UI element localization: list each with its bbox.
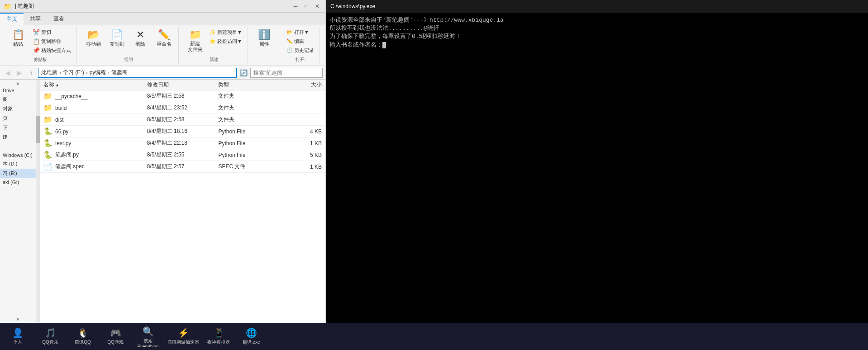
taskbar-label-4: 搜索Everything (137, 338, 158, 347)
properties-button[interactable]: ℹ️ 属性 (253, 28, 275, 49)
file-date: 8/4/星期二 18:16 (143, 128, 215, 135)
col-header-size[interactable]: 大小 (286, 80, 325, 89)
open-button[interactable]: 📂 打开▼ (285, 28, 316, 37)
table-row[interactable]: 📁 __pycache__ 8/5/星期三 2:58 文件夹 (40, 90, 325, 102)
back-button[interactable]: ◀ (3, 68, 13, 78)
delete-button[interactable]: ✕ 删除 (129, 28, 151, 49)
taskbar-item-7[interactable]: 🌐 翻译.exe (235, 324, 267, 349)
minimize-button[interactable]: ─ (291, 2, 300, 11)
taskbar-item-3[interactable]: 🎮 QQ游戏 (100, 324, 131, 349)
file-rows-container: 📁 __pycache__ 8/5/星期三 2:58 文件夹 📁 build 8… (40, 90, 325, 173)
paste-shortcut-button[interactable]: 📌 粘贴快捷方式 (31, 46, 73, 55)
rename-button[interactable]: ✏️ 重命名 (153, 28, 175, 49)
file-name: dist (55, 117, 64, 123)
sidebar-scroll-up[interactable]: ▲ (0, 80, 36, 86)
table-row[interactable]: 📁 dist 8/5/星期三 2:58 文件夹 (40, 114, 325, 126)
taskbar-item-4[interactable]: 🔍 搜索Everything (132, 324, 164, 349)
up-button[interactable]: ↑ (26, 68, 36, 78)
address-path[interactable]: 此电脑 › 学习 (E:) › py编程 › 笔趣阁 (38, 68, 237, 78)
taskbar-icon-4: 🔍 (143, 326, 154, 337)
cmd-cursor (382, 42, 386, 48)
easy-access-icon: ⭐ (210, 38, 216, 44)
taskbar-item-1[interactable]: 🎵 QQ音乐 (34, 324, 66, 349)
tab-home[interactable]: 主页 (0, 13, 24, 25)
taskbar-label-2: 腾讯QQ (75, 339, 91, 345)
taskbar-item-2[interactable]: 🐧 腾讯QQ (67, 324, 99, 349)
file-date: 8/5/星期三 2:58 (143, 92, 215, 100)
search-input[interactable] (250, 68, 323, 78)
copy-to-button[interactable]: 📄 复制到 (106, 28, 128, 49)
ribbon-tabs: 主页 共享 查看 (0, 13, 325, 25)
col-header-type[interactable]: 类型 (215, 80, 286, 89)
file-type: 文件夹 (215, 116, 286, 123)
file-size: 1 KB (286, 164, 325, 170)
sidebar-drive-g[interactable]: axi (G:) (0, 178, 36, 186)
sidebar-item-drive[interactable]: Drive (0, 86, 36, 95)
table-row[interactable]: 🐍 test.py 8/4/星期二 22:18 Python File 1 KB (40, 137, 325, 149)
sidebar-item-page[interactable]: 页 (0, 114, 36, 123)
cmd-content[interactable]: 小说资源全部来自于'新笔趣阁'---》http://www.xbiquge.la… (326, 13, 868, 323)
copy-path-icon: 📋 (33, 38, 40, 45)
sidebar-drive-e[interactable]: 习 (E:) (0, 169, 36, 178)
cmd-line-0: 小说资源全部来自于'新笔趣阁'---》http://www.xbiquge.la (329, 17, 504, 24)
close-button[interactable]: ✕ (313, 2, 322, 11)
col-header-date[interactable]: 修改日期 (143, 80, 215, 89)
window-controls: ─ □ ✕ (291, 2, 322, 11)
new-item-button[interactable]: ✨ 新建项目▼ (208, 28, 244, 37)
file-list: 名称 ▲ 修改日期 类型 大小 📁 __pyc (40, 80, 325, 323)
copy-icon: 📄 (111, 30, 123, 40)
taskbar-icon-3: 🎮 (110, 327, 121, 338)
tab-share[interactable]: 共享 (24, 13, 47, 25)
file-name: test.py (55, 140, 71, 147)
paste-button[interactable]: 📋 粘贴 (7, 28, 29, 49)
move-to-button[interactable]: 📂 移动到 (82, 28, 104, 49)
copy-path-button[interactable]: 📋 复制路径 (31, 37, 73, 46)
file-list-header: 名称 ▲ 修改日期 类型 大小 (40, 80, 325, 90)
table-row[interactable]: 📁 build 8/4/星期二 23:52 文件夹 (40, 102, 325, 114)
file-pane: ▲ Drive 阁 对象 页 下 建 Windows (C:) 本 (D:) 习… (0, 80, 325, 323)
taskbar-label-0: 个人 (13, 339, 22, 345)
easy-access-button[interactable]: ⭐ 轻松访问▼ (208, 37, 244, 46)
file-icon: 📄 (43, 162, 52, 171)
cmd-window: C:\windows\py.exe 小说资源全部来自于'新笔趣阁'---》htt… (326, 0, 868, 323)
path-segment-1: 学习 (E:) (63, 69, 84, 76)
taskbar-item-6[interactable]: 📱 夜神模拟器 (203, 324, 234, 349)
table-row[interactable]: 🐍 笔趣阁.py 8/5/星期三 2:55 Python File 5 KB (40, 149, 325, 161)
taskbar-label-7: 翻译.exe (243, 339, 260, 345)
taskbar-item-0[interactable]: 👤 个人 (2, 324, 33, 349)
file-icon: 🐍 (43, 139, 52, 147)
cut-button[interactable]: ✂️ 剪切 (31, 28, 73, 37)
sidebar-drive-c[interactable]: Windows (C:) (0, 151, 36, 159)
file-size: 5 KB (286, 152, 325, 158)
taskbar-icon-6: 📱 (213, 327, 224, 338)
sidebar-item-ge[interactable]: 阁 (0, 95, 36, 104)
forward-button[interactable]: ▶ (14, 68, 24, 78)
sidebar-scrollbar-thumb (36, 116, 40, 143)
sidebar-scrollbar[interactable] (36, 80, 40, 323)
sidebar-drive-d[interactable]: 本 (D:) (0, 159, 36, 169)
taskbar-icon-0: 👤 (12, 327, 24, 338)
tab-view[interactable]: 查看 (47, 13, 71, 25)
edit-button[interactable]: ✏️ 编辑 (285, 37, 316, 46)
col-header-name[interactable]: 名称 ▲ (40, 80, 143, 89)
ribbon: 主页 共享 查看 📋 粘贴 ✂️ 剪切 (0, 13, 325, 66)
taskbar-icon-2: 🐧 (77, 327, 89, 338)
file-date: 8/4/星期二 23:52 (143, 104, 215, 112)
refresh-button[interactable]: 🔄 (238, 68, 248, 78)
table-row[interactable]: 📄 笔趣阁.spec 8/5/星期三 2:57 SPEC 文件 1 KB (40, 161, 325, 173)
file-name: __pycache__ (55, 93, 87, 99)
new-folder-button[interactable]: 📁 新建文件夹 (184, 28, 206, 54)
window-title: | 笔趣阁 (15, 2, 287, 10)
taskbar-label-6: 夜神模拟器 (207, 339, 230, 345)
sidebar-item-object[interactable]: 对象 (0, 104, 36, 114)
sidebar-item-down[interactable]: 下 (0, 123, 36, 132)
cmd-title-bar: C:\windows\py.exe (326, 0, 868, 13)
taskbar-item-5[interactable]: ⚡ 腾讯网游加速器 (165, 324, 202, 349)
file-name: 笔趣阁.spec (55, 163, 85, 170)
sidebar-item-build[interactable]: 建 (0, 132, 36, 142)
cut-icon: ✂️ (33, 29, 40, 36)
table-row[interactable]: 🐍 66.py 8/4/星期二 18:16 Python File 4 KB (40, 126, 325, 137)
history-button[interactable]: 🕐 历史记录 (285, 46, 316, 55)
maximize-button[interactable]: □ (302, 2, 311, 11)
sidebar-scroll-down[interactable]: ▼ (0, 316, 36, 323)
